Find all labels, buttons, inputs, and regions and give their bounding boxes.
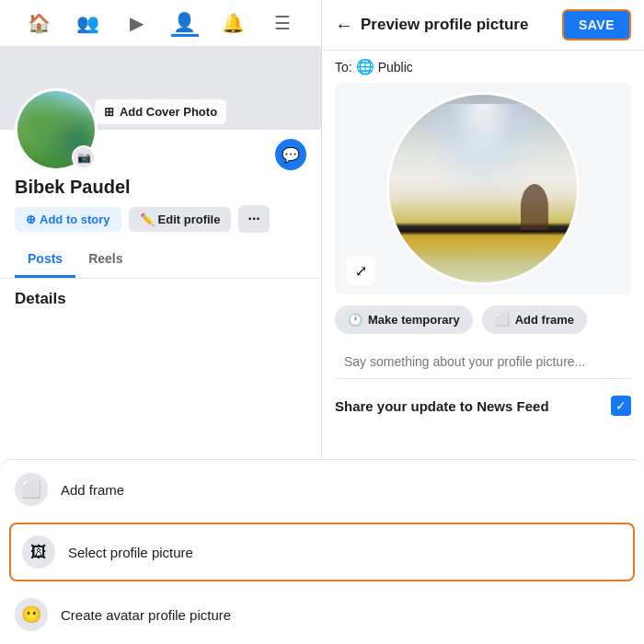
caption-input[interactable] (335, 345, 631, 379)
add-story-label: Add to story (40, 213, 110, 226)
avatar-icon: 😶 (15, 598, 48, 631)
make-temporary-label: Make temporary (368, 313, 460, 327)
pencil-icon: ✏️ (140, 213, 155, 226)
add-cover-button[interactable]: ⊞ Add Cover Photo (95, 99, 226, 124)
nav-home-icon[interactable]: 🏠 (25, 9, 52, 37)
nav-profile-icon[interactable]: 👤 (171, 9, 199, 37)
add-frame-label: Add frame (61, 482, 124, 498)
camera-icon[interactable]: 📷 (72, 145, 96, 169)
add-cover-icon: ⊞ (104, 105, 114, 119)
make-temporary-button[interactable]: 🕐 Make temporary (335, 305, 473, 334)
profile-pic-wrapper: 📷 (15, 88, 98, 171)
to-label: To: (335, 60, 352, 75)
create-avatar-label: Create avatar profile picture (61, 607, 231, 623)
fountain-spray (427, 104, 539, 198)
action-buttons: 🕐 Make temporary ⬜ Add frame (322, 294, 644, 341)
select-picture-label: Select profile picture (68, 545, 193, 560)
add-to-story-button[interactable]: ⊕ Add to story (15, 207, 121, 232)
picture-icon: 🖼 (22, 535, 55, 569)
details-label: Details (15, 290, 66, 307)
nav-video-icon[interactable]: ▶ (122, 9, 150, 37)
profile-tabs: Posts Reels (0, 242, 321, 279)
header-left: ← Preview profile picture (335, 15, 528, 36)
visibility-label: Public (378, 60, 413, 75)
people-silhouette (521, 184, 548, 230)
add-frame-button[interactable]: ⬜ Add frame (482, 305, 587, 334)
bottom-menu: ⬜ Add frame 🖼 Select profile picture 😶 C… (0, 459, 322, 644)
frame-icon: ⬜ (15, 473, 48, 506)
messenger-icon[interactable]: 💬 (275, 139, 306, 170)
back-button[interactable]: ← (335, 15, 353, 36)
circle-mask (386, 92, 580, 285)
profile-picture-preview: ⤢ (335, 83, 631, 294)
tab-posts[interactable]: Posts (15, 242, 75, 278)
more-label: ··· (247, 211, 259, 226)
crop-icon[interactable]: ⤢ (346, 256, 375, 285)
add-frame-label: Add frame (515, 313, 574, 327)
menu-item-add-frame[interactable]: ⬜ Add frame (0, 460, 322, 519)
news-feed-checkbox[interactable]: ✓ (611, 396, 631, 416)
save-button[interactable]: SAVE (562, 9, 631, 40)
news-feed-label: Share your update to News Feed (335, 398, 549, 414)
menu-item-avatar[interactable]: 😶 Create avatar profile picture (0, 585, 322, 644)
tab-reels[interactable]: Reels (75, 242, 135, 278)
clock-icon: 🕐 (348, 313, 362, 327)
add-cover-label: Add Cover Photo (120, 105, 217, 119)
profile-name: Bibek Paudel (15, 177, 306, 198)
globe-icon: 🌐 (356, 58, 374, 75)
menu-item-select-picture[interactable]: 🖼 Select profile picture (9, 523, 322, 581)
news-feed-row: Share your update to News Feed ✓ (322, 383, 644, 429)
nav-menu-icon[interactable]: ☰ (269, 9, 296, 37)
preview-title: Preview profile picture (361, 16, 528, 34)
top-nav: 🏠 👥 ▶ 👤 🔔 ☰ (0, 0, 321, 47)
edit-profile-label: Edit profile (158, 213, 221, 226)
more-button[interactable]: ··· (238, 205, 269, 233)
audience-row: To: 🌐 Public (322, 51, 644, 83)
edit-profile-button[interactable]: ✏️ Edit profile (129, 207, 232, 232)
frame-outline-icon: ⬜ (495, 313, 510, 327)
right-header: ← Preview profile picture SAVE (322, 0, 644, 51)
left-panel: 🏠 👥 ▶ 👤 🔔 ☰ ⊞ Add Cover Photo 📷 💬 Bibek … (0, 0, 322, 644)
profile-actions: ⊕ Add to story ✏️ Edit profile ··· (15, 205, 306, 233)
nav-friends-icon[interactable]: 👥 (74, 9, 101, 37)
details-section: Details (0, 279, 321, 314)
plus-circle-icon: ⊕ (26, 213, 36, 226)
profile-area: 📷 💬 Bibek Paudel ⊕ Add to story ✏️ Edit … (0, 130, 321, 242)
nav-bell-icon[interactable]: 🔔 (220, 9, 247, 37)
